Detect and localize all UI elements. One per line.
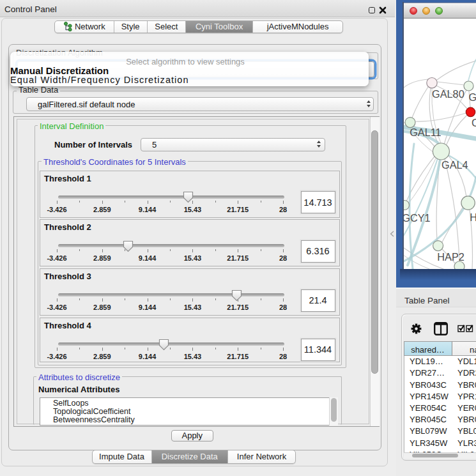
svg-text:GAL11: GAL11 [410,127,441,138]
svg-text:C: C [472,117,476,128]
svg-text:GAL80: GAL80 [432,88,464,100]
svg-text:GCY1: GCY1 [404,212,431,224]
svg-text:GAL4: GAL4 [441,159,468,171]
svg-text:GA: GA [469,91,476,103]
svg-text:H: H [470,211,476,223]
svg-text:HAP2: HAP2 [437,251,464,263]
